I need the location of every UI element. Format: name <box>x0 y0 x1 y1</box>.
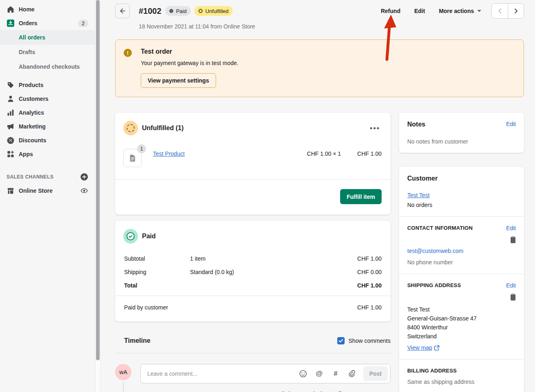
line-item-total: CHF 1.00 <box>341 150 382 157</box>
orders-count-badge: 2 <box>78 20 88 27</box>
customer-link[interactable]: Test Test <box>407 192 430 198</box>
back-button[interactable] <box>115 4 130 18</box>
sidebar-item-label: Home <box>19 6 88 13</box>
sidebar-item-abandoned-checkouts[interactable]: Abandoned checkouts <box>0 59 95 74</box>
copy-to-clipboard-icon[interactable] <box>510 294 516 301</box>
customer-email-link[interactable]: test@customweb.com <box>407 248 463 254</box>
shipping-address-heading: SHIPPING ADDRESS <box>407 282 506 288</box>
sales-channels-label: SALES CHANNELS <box>7 174 54 180</box>
view-payment-settings-button[interactable]: View payment settings <box>141 73 216 88</box>
comment-composer: wA @ # Post <box>115 364 391 383</box>
edit-order-button[interactable]: Edit <box>414 8 425 14</box>
sidebar-item-orders[interactable]: Orders 2 <box>0 16 95 30</box>
comment-input[interactable] <box>147 370 298 377</box>
sales-channels-header: SALES CHANNELS <box>0 170 95 184</box>
discounts-icon <box>7 136 15 144</box>
paid-status-icon <box>123 229 138 244</box>
attachment-icon[interactable] <box>347 369 357 379</box>
contact-information-section: CONTACT INFORMATION Edit test@customweb.… <box>399 216 524 274</box>
warning-icon: ! <box>124 49 132 57</box>
sidebar-subitem-label: Abandoned checkouts <box>19 63 80 70</box>
comment-visibility-note: Only you and other staff can see comment… <box>115 390 391 392</box>
refund-button[interactable]: Refund <box>381 8 400 14</box>
sidebar-subitem-label: All orders <box>19 34 45 41</box>
order-number: #1002 <box>139 7 162 16</box>
sidebar-item-label: Orders <box>19 20 78 26</box>
timeline-section: Timeline Show comments wA <box>115 337 391 392</box>
notes-empty-text: No notes from customer <box>407 138 516 145</box>
unfulfilled-status-icon <box>123 121 138 135</box>
banner-message: Your payment gateway is in test mode. <box>141 60 238 66</box>
row-label: Shipping <box>124 269 190 275</box>
sidebar-item-drafts[interactable]: Drafts <box>0 45 95 59</box>
shipping-address-section: SHIPPING ADDRESS Edit Test Test General-… <box>399 274 524 359</box>
fulfillment-card: Unfulfilled (1) ••• 1 Test Product CHF 1… <box>115 113 391 215</box>
online-store-icon <box>7 187 15 195</box>
products-icon <box>7 81 15 89</box>
order-header: #1002 Paid Unfulfilled Refund Edit More … <box>115 3 524 19</box>
previous-order-button[interactable] <box>492 4 508 18</box>
scrollbar-thumb[interactable] <box>96 0 100 360</box>
product-link[interactable]: Test Product <box>153 150 280 157</box>
sidebar-item-marketing[interactable]: Marketing <box>0 120 95 133</box>
page-scrollbar[interactable] <box>95 0 100 392</box>
orders-icon <box>7 19 15 27</box>
row-detail <box>190 282 357 289</box>
billing-address-text: Same as shipping address <box>407 379 516 385</box>
checkbox-checked-icon[interactable] <box>337 337 345 344</box>
sidebar-item-label: Apps <box>19 151 88 157</box>
order-side-column: Notes Edit No notes from customer Custom… <box>399 113 524 392</box>
fulfill-item-button[interactable]: Fulfill item <box>340 189 382 204</box>
chevron-down-icon <box>477 9 482 13</box>
sidebar-item-home[interactable]: Home <box>0 2 95 16</box>
order-main-column: Unfulfilled (1) ••• 1 Test Product CHF 1… <box>115 113 391 392</box>
order-date-subtitle: 18 November 2021 at 11:04 from Online St… <box>139 23 524 30</box>
payment-card-title: Paid <box>142 233 382 240</box>
fulfillment-badge-label: Unfulfilled <box>205 8 229 14</box>
fulfillment-card-title: Unfulfilled (1) <box>142 124 367 132</box>
edit-contact-link[interactable]: Edit <box>506 225 516 231</box>
row-amount: CHF 1.00 <box>357 304 382 311</box>
sidebar-item-label: Analytics <box>19 109 88 116</box>
copy-to-clipboard-icon[interactable] <box>510 236 516 244</box>
shipping-address-line: Test Test <box>407 305 516 314</box>
sidebar-item-customers[interactable]: Customers <box>0 92 95 106</box>
show-comments-toggle[interactable]: Show comments <box>337 337 391 344</box>
sidebar-item-all-orders[interactable]: All orders <box>0 30 95 45</box>
row-amount: CHF 1.00 <box>357 255 382 262</box>
edit-shipping-link[interactable]: Edit <box>506 282 516 289</box>
sidebar-item-online-store[interactable]: Online Store <box>0 184 95 198</box>
analytics-icon <box>7 109 15 117</box>
more-actions-button[interactable]: More actions <box>439 8 482 14</box>
view-map-link[interactable]: View map <box>407 344 432 351</box>
paid-badge-label: Paid <box>176 8 187 14</box>
mention-icon[interactable]: @ <box>314 369 324 379</box>
emoji-icon[interactable] <box>298 369 308 379</box>
avatar: wA <box>115 364 131 380</box>
card-more-actions-button[interactable]: ••• <box>367 123 382 133</box>
sidebar-item-analytics[interactable]: Analytics <box>0 106 95 120</box>
next-order-button[interactable] <box>508 4 524 18</box>
home-icon <box>7 5 15 13</box>
customer-card: Customer Test Test No orders CONTACT INF… <box>399 167 524 392</box>
order-pagination <box>491 3 524 19</box>
sidebar-item-label: Marketing <box>19 123 88 130</box>
row-label: Total <box>124 282 190 289</box>
apps-icon <box>7 150 15 158</box>
fulfillment-status-badge: Unfulfilled <box>194 6 233 16</box>
app-window: Home Orders 2 All orders Drafts Abandone… <box>0 0 535 392</box>
hashtag-icon[interactable]: # <box>331 369 341 379</box>
timeline-line <box>123 382 124 392</box>
payment-card: Paid Subtotal 1 item CHF 1.00 Shipping S… <box>115 221 391 322</box>
comment-box: @ # Post <box>140 364 391 383</box>
post-comment-button[interactable]: Post <box>363 366 388 381</box>
edit-notes-link[interactable]: Edit <box>506 121 516 127</box>
sidebar-item-products[interactable]: Products <box>0 78 95 92</box>
show-comments-label: Show comments <box>349 338 391 344</box>
sidebar-item-discounts[interactable]: Discounts <box>0 133 95 147</box>
add-channel-icon[interactable] <box>80 173 88 181</box>
notes-title: Notes <box>407 121 506 128</box>
sidebar-item-apps[interactable]: Apps <box>0 147 95 161</box>
line-item-row: 1 Test Product CHF 1.00 × 1 CHF 1.00 <box>115 135 391 179</box>
eye-icon[interactable] <box>80 187 88 195</box>
